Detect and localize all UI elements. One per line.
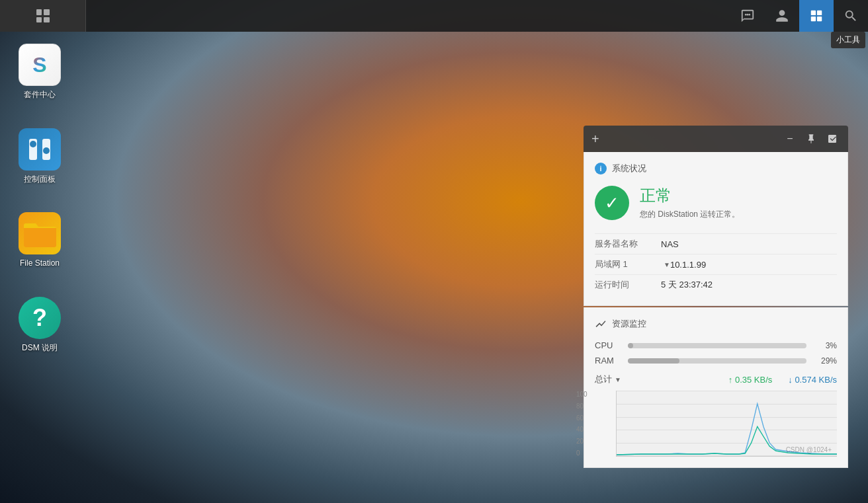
taskbar-right	[730, 0, 868, 32]
resource-monitor-panel: 资源监控 CPU 3% RAM 29% 总计 ▼	[584, 307, 848, 468]
dsm-help-label: DSM 说明	[22, 343, 58, 354]
search-button[interactable]	[834, 0, 868, 32]
grid-icon	[36, 9, 50, 22]
svg-point-1	[747, 14, 749, 16]
widget-icon	[809, 9, 824, 23]
control-panel-label: 控制面板	[24, 174, 56, 185]
close-icon	[827, 134, 838, 144]
uptime-row: 运行时间 5 天 23:37:42	[595, 274, 837, 295]
desktop-icons: S 套件中心 控制面板 File Station	[13, 40, 66, 357]
resource-monitor-icon	[595, 318, 607, 330]
y-label-20: 20	[576, 438, 587, 445]
widget-tooltip: 小工具	[831, 32, 865, 48]
y-label-40: 40	[576, 426, 587, 433]
widget-pin-button[interactable]	[803, 131, 819, 147]
network-dropdown-arrow: ▼	[615, 376, 621, 383]
server-name-value: NAS	[661, 239, 679, 249]
lan-dropdown-arrow: ▼	[664, 261, 670, 268]
widget-container: + − i 系统状况 ✓ 正常	[584, 126, 848, 468]
svg-rect-3	[811, 11, 816, 15]
widget-controls: −	[782, 131, 840, 147]
y-label-0: 0	[576, 449, 587, 457]
resource-monitor-title: 资源监控	[612, 318, 646, 330]
user-button[interactable]	[765, 0, 799, 32]
status-main-row: ✓ 正常 您的 DiskStation 运转正常。	[595, 185, 837, 220]
network-row: 总计 ▼ ↑ 0.35 KB/s ↓ 0.574 KB/s	[595, 373, 837, 385]
watermark-text: CSDN @1024+	[786, 446, 832, 453]
svg-rect-5	[811, 17, 816, 21]
uptime-label: 运行时间	[595, 279, 661, 291]
svg-rect-6	[817, 17, 822, 21]
suite-center-label: 套件中心	[24, 90, 56, 100]
network-up-speed: ↑ 0.35 KB/s	[728, 375, 772, 385]
svg-rect-4	[817, 11, 822, 15]
pin-icon	[806, 134, 816, 144]
cpu-row: CPU 3%	[595, 340, 837, 350]
taskbar	[0, 0, 868, 32]
lan-dropdown[interactable]: 局域网 1 ▼	[595, 258, 670, 270]
y-label-80: 80	[576, 403, 587, 410]
server-name-label: 服务器名称	[595, 238, 661, 250]
system-status-panel: i 系统状况 ✓ 正常 您的 DiskStation 运转正常。 服务器名称 N…	[584, 152, 848, 306]
uptime-value: 5 天 23:37:42	[661, 279, 713, 291]
cpu-label: CPU	[595, 340, 621, 350]
taskbar-left	[0, 0, 86, 32]
checkmark-icon: ✓	[605, 194, 619, 212]
dsm-help-image: ?	[19, 297, 61, 339]
system-status-title-row: i 系统状况	[595, 163, 837, 174]
control-panel-knobs	[19, 128, 61, 171]
cpu-bar-fill	[628, 343, 633, 348]
file-station-image	[19, 212, 61, 254]
apps-button[interactable]	[0, 0, 86, 32]
widget-close-button[interactable]	[824, 131, 840, 147]
network-label-text: 总计	[595, 373, 612, 385]
system-status-info-icon: i	[595, 163, 607, 174]
file-station-label: File Station	[20, 258, 60, 269]
lan-row: 局域网 1 ▼ 10.1.1.99	[595, 254, 837, 274]
network-label[interactable]: 总计 ▼	[595, 373, 621, 385]
resource-bars: CPU 3% RAM 29%	[595, 340, 837, 366]
chart-icon	[595, 318, 607, 330]
system-status-title: 系统状况	[612, 163, 646, 174]
user-icon	[775, 9, 789, 23]
control-panel-svg	[24, 134, 56, 165]
svg-point-2	[748, 14, 750, 16]
svg-point-10	[43, 147, 50, 154]
lan-value: 10.1.1.99	[670, 260, 706, 270]
widget-button[interactable]	[799, 0, 834, 32]
ram-row: RAM 29%	[595, 356, 837, 366]
svg-point-0	[745, 14, 747, 16]
dsm-help-icon[interactable]: ? DSM 说明	[13, 293, 66, 358]
chat-button[interactable]	[730, 0, 765, 32]
dsm-help-mark: ?	[32, 306, 47, 330]
lan-label: 局域网 1	[595, 258, 661, 270]
ram-percent: 29%	[813, 356, 837, 366]
svg-point-9	[30, 141, 36, 147]
search-icon	[844, 9, 858, 23]
control-panel-icon[interactable]: 控制面板	[13, 124, 66, 189]
ram-label: RAM	[595, 356, 621, 366]
file-station-svg	[22, 219, 57, 248]
tooltip-text: 小工具	[836, 35, 860, 44]
network-chart-area: CSDN @1024+	[616, 391, 837, 457]
y-label-60: 60	[576, 414, 587, 422]
resource-monitor-title-row: 资源监控	[595, 318, 837, 330]
control-panel-image	[19, 128, 61, 171]
ram-bar-fill	[628, 358, 679, 364]
cpu-bar-track	[628, 343, 806, 348]
chart-container: 100 80 60 40 20 0	[595, 391, 837, 457]
ram-bar-track	[628, 358, 806, 364]
widget-header: + −	[584, 126, 848, 152]
cpu-percent: 3%	[813, 341, 837, 350]
suite-center-icon[interactable]: S 套件中心	[13, 40, 66, 104]
chart-y-labels: 100 80 60 40 20 0	[576, 391, 587, 457]
file-station-icon[interactable]: File Station	[13, 208, 66, 273]
widget-add-button[interactable]: +	[591, 132, 599, 147]
status-text-group: 正常 您的 DiskStation 运转正常。	[640, 185, 740, 220]
widget-minimize-button[interactable]: −	[782, 131, 798, 147]
suite-center-letter: S	[32, 53, 46, 77]
info-table: 服务器名称 NAS 局域网 1 ▼ 10.1.1.99 运行时间 5 天 23:…	[595, 233, 837, 295]
network-down-speed: ↓ 0.574 KB/s	[788, 375, 837, 385]
suite-center-image: S	[19, 44, 61, 86]
y-label-100: 100	[576, 391, 587, 398]
